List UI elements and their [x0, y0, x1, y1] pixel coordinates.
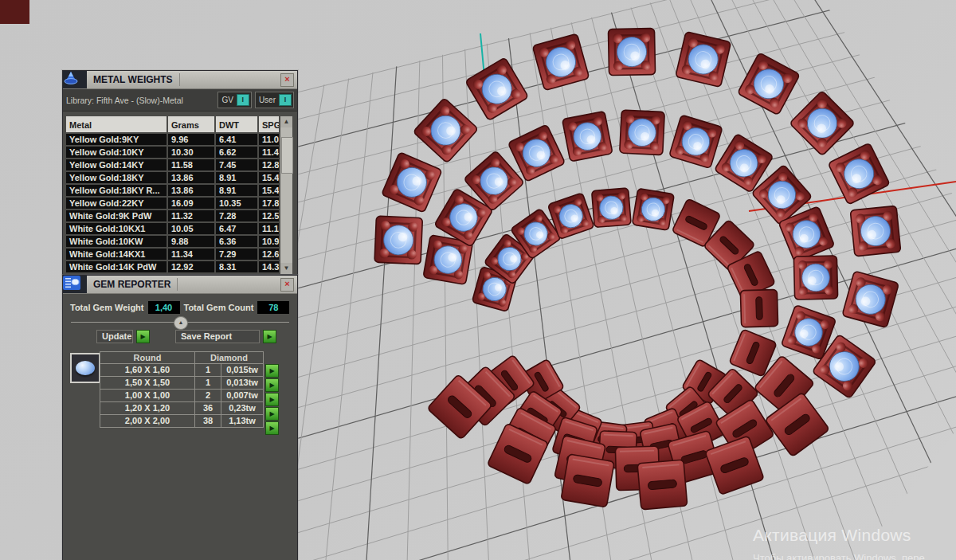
gem-run-icon[interactable]	[265, 378, 279, 392]
col-header-metal[interactable]: Metal	[66, 116, 167, 132]
metal-weights-title: METAL WEIGHTS	[87, 71, 179, 88]
metal-weights-titlebar[interactable]: METAL WEIGHTS ×	[63, 71, 297, 89]
gem-shape-thumbnail[interactable]	[70, 353, 100, 383]
gem-run-icon[interactable]	[265, 421, 279, 435]
collapse-arrow-icon[interactable]: ▲	[174, 316, 188, 330]
gem-reporter-panel: GEM REPORTER × Total Gem Weight 1,40 Tot…	[62, 275, 298, 560]
gem-row-run-buttons	[265, 364, 279, 436]
gem-reporter-titlebar[interactable]: GEM REPORTER ×	[63, 276, 297, 294]
gv-toggle[interactable]: GV I	[217, 92, 251, 108]
metal-table-scrollbar[interactable]: ▲ ▼	[280, 116, 292, 274]
col-header-spg[interactable]: SPG	[259, 116, 279, 132]
user-toggle-label: User	[259, 96, 276, 104]
app-window: Активация Windows Чтобы активировать Win…	[0, 0, 956, 560]
update-run-icon[interactable]	[136, 330, 150, 343]
gem-reporter-title: GEM REPORTER	[87, 276, 177, 293]
scroll-down-icon[interactable]: ▼	[280, 263, 292, 274]
update-button[interactable]: Update	[96, 330, 133, 343]
gem-table: Round Diamond 1,60 X 1,60 1 0,015tw 1,50…	[100, 351, 264, 428]
user-toggle-switch-icon[interactable]: I	[279, 94, 292, 106]
gem-run-icon[interactable]	[265, 364, 279, 378]
gem-col-header-type: Diamond	[195, 352, 263, 363]
gem-reporter-icon	[63, 276, 87, 293]
gem-totals-row: Total Gem Weight 1,40 Total Gem Count 78	[66, 301, 294, 314]
gem-run-icon[interactable]	[265, 407, 279, 421]
round-gem-icon	[76, 361, 95, 375]
windows-activation-watermark: Активация Windows	[753, 526, 911, 545]
titlebar-divider	[177, 278, 280, 291]
metal-weights-close-button[interactable]: ×	[280, 73, 294, 87]
gem-run-icon[interactable]	[265, 393, 279, 406]
total-gem-weight-label: Total Gem Weight	[66, 303, 148, 312]
windows-activation-watermark-sub: Чтобы активировать Windows, пере	[753, 552, 925, 560]
total-gem-count-label: Total Gem Count	[180, 303, 258, 312]
metal-weights-panel: METAL WEIGHTS × Library: Fifth Ave - (Sl…	[62, 70, 298, 275]
gem-table-section: Round Diamond 1,60 X 1,60 1 0,015tw 1,50…	[63, 351, 297, 447]
user-toggle[interactable]: User I	[255, 92, 294, 108]
gv-toggle-switch-icon[interactable]: I	[237, 94, 249, 106]
gem-reporter-close-button[interactable]: ×	[280, 278, 294, 292]
total-gem-count-value: 78	[257, 301, 289, 314]
scrollbar-thumb[interactable]	[281, 137, 293, 174]
gem-buttons-row: Update Save Report	[96, 330, 297, 343]
panel-splitter: ▲	[71, 316, 289, 328]
metal-weights-icon	[63, 71, 87, 88]
titlebar-divider	[179, 73, 280, 86]
total-gem-weight-value: 1,40	[148, 301, 180, 314]
library-row: Library: Fifth Ave - (Slow)-Metal GV I U…	[63, 89, 297, 112]
metal-weights-table: Metal Grams DWT SPG Yellow Gold:9KY 9.96…	[66, 116, 279, 272]
top-left-red-swatch	[0, 0, 29, 24]
gem-col-header-shape: Round	[100, 352, 194, 363]
save-report-button[interactable]: Save Report	[175, 330, 260, 343]
col-header-grams[interactable]: Grams	[168, 116, 214, 132]
library-label: Library: Fifth Ave - (Slow)-Metal	[66, 96, 214, 105]
scroll-up-icon[interactable]: ▲	[280, 116, 292, 127]
col-header-dwt[interactable]: DWT	[216, 116, 257, 132]
save-report-run-icon[interactable]	[263, 330, 276, 343]
gv-toggle-label: GV	[221, 96, 233, 104]
